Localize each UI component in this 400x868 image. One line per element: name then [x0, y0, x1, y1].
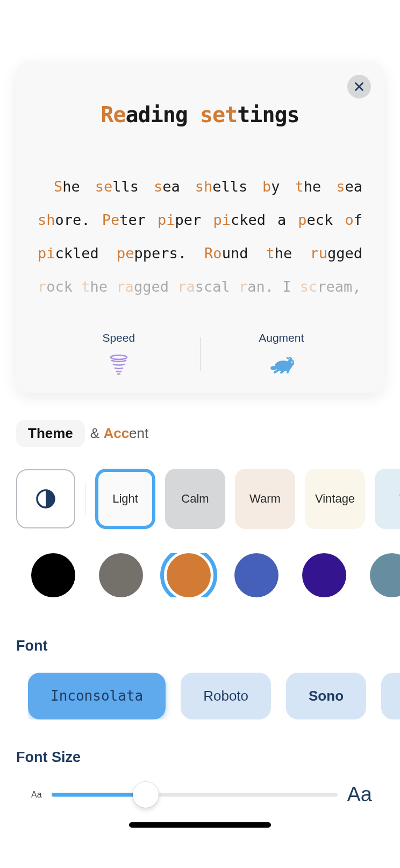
- speed-augment-row: Speed Augment: [38, 331, 362, 377]
- accent-swatch[interactable]: [370, 553, 400, 597]
- aa-big-label: Aa: [347, 783, 372, 806]
- contrast-button[interactable]: [16, 469, 75, 528]
- accent-swatch[interactable]: [302, 553, 346, 597]
- font-option-sono[interactable]: Sono: [286, 673, 366, 719]
- svg-point-0: [111, 355, 127, 359]
- divider: [85, 483, 85, 515]
- aa-small-label: Aa: [31, 790, 42, 800]
- close-button[interactable]: [347, 75, 371, 98]
- accent-swatch[interactable]: [167, 553, 211, 597]
- accent-row: [31, 553, 400, 597]
- home-indicator: [129, 822, 271, 828]
- theme-option-light[interactable]: Light: [95, 469, 155, 529]
- font-size-slider[interactable]: [52, 793, 338, 797]
- page-title: Reading settings: [38, 102, 362, 127]
- svg-point-2: [288, 359, 294, 366]
- slider-thumb[interactable]: [133, 782, 159, 808]
- font-size-slider-row: Aa Aa: [31, 783, 372, 806]
- font-heading: Font: [16, 638, 384, 654]
- augment-label: Augment: [201, 331, 363, 344]
- rabbit-icon: [201, 353, 363, 377]
- font-size-heading: Font Size: [16, 749, 384, 766]
- theme-option-warm[interactable]: Warm: [235, 469, 295, 529]
- slider-fill: [52, 793, 146, 796]
- theme-option-tr[interactable]: Tr: [375, 469, 400, 529]
- theme-row: LightCalmWarmVintageTr: [16, 469, 400, 529]
- speed-button[interactable]: Speed: [38, 331, 200, 377]
- svg-point-4: [291, 362, 293, 363]
- accent-swatch[interactable]: [31, 553, 75, 597]
- font-option-roboto[interactable]: Roboto: [181, 673, 271, 719]
- accent-swatch[interactable]: [234, 553, 278, 597]
- theme-pill: Theme: [16, 420, 85, 447]
- accent-heading-text: & Accent: [90, 425, 148, 442]
- tornado-icon: [38, 353, 200, 377]
- theme-accent-heading: Theme & Accent: [16, 420, 384, 447]
- theme-option-calm[interactable]: Calm: [165, 469, 225, 529]
- font-option-inconsolata[interactable]: Inconsolata: [28, 673, 166, 719]
- font-option-partial[interactable]: [381, 673, 400, 719]
- accent-swatch[interactable]: [99, 553, 143, 597]
- speed-label: Speed: [38, 331, 200, 344]
- settings-card: Reading settings She sells sea shells by…: [16, 62, 384, 393]
- augment-button[interactable]: Augment: [201, 331, 363, 377]
- sample-text: She sells sea shells by the sea shore. P…: [38, 170, 362, 307]
- font-row: InconsolataRobotoSono: [28, 673, 400, 719]
- svg-point-3: [270, 366, 277, 370]
- close-icon: [353, 81, 365, 93]
- contrast-icon: [35, 488, 56, 510]
- theme-option-vintage[interactable]: Vintage: [305, 469, 365, 529]
